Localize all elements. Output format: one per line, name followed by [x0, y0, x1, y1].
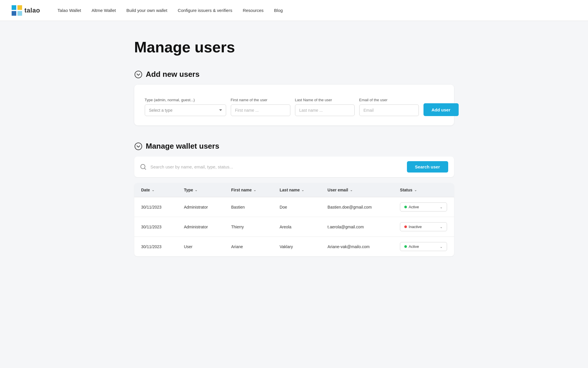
- main-nav: talao Talao Wallet Altme Wallet Build yo…: [0, 0, 588, 21]
- add-users-card: Type (admin, normal, guest...) Select a …: [134, 85, 454, 125]
- status-label-wrap-1: Inactive: [404, 225, 422, 229]
- status-dot-1: [404, 225, 407, 228]
- nav-item-resources[interactable]: Resources: [243, 8, 264, 13]
- lastname-field-group: Last Name of the user: [295, 98, 355, 116]
- table-body: 30/11/2023 Administrator Bastien Doe Bas…: [134, 197, 454, 257]
- nav-link-blog[interactable]: Blog: [274, 8, 283, 13]
- svg-rect-2: [12, 11, 16, 16]
- status-dot-2: [404, 245, 407, 248]
- cell-status-1: Inactive ⌄: [393, 217, 454, 237]
- cell-type-1: Administrator: [177, 217, 224, 237]
- status-dropdown-2[interactable]: Active ⌄: [400, 242, 447, 251]
- col-date[interactable]: Date ⌄: [134, 183, 177, 197]
- cell-type-0: Administrator: [177, 197, 224, 217]
- status-dropdown-0[interactable]: Active ⌄: [400, 202, 447, 211]
- users-table: Date ⌄ Type ⌄ First name: [134, 183, 454, 256]
- cell-date-1: 30/11/2023: [134, 217, 177, 237]
- table-header: Date ⌄ Type ⌄ First name: [134, 183, 454, 197]
- cell-email-1: t.aerola@gmail.com: [321, 217, 393, 237]
- email-input[interactable]: [359, 104, 419, 116]
- nav-link-altme-wallet[interactable]: Altme Wallet: [92, 8, 116, 13]
- users-table-container: Date ⌄ Type ⌄ First name: [134, 183, 454, 256]
- email-label: Email of the user: [359, 98, 419, 102]
- firstname-input[interactable]: [231, 104, 290, 116]
- col-email[interactable]: User email ⌄: [321, 183, 393, 197]
- nav-link-configure-issuers[interactable]: Configure issuers & verifiers: [178, 8, 233, 13]
- firstname-field-group: First name of the user: [231, 98, 290, 116]
- cell-lastname-1: Areola: [273, 217, 321, 237]
- circle-down-icon-2: [134, 142, 142, 150]
- nav-item-build-wallet[interactable]: Build your own wallet: [126, 8, 167, 13]
- col-status[interactable]: Status ⌄: [393, 183, 454, 197]
- logo[interactable]: talao: [12, 5, 40, 16]
- nav-link-list: Talao Wallet Altme Wallet Build your own…: [58, 8, 283, 13]
- status-chevron-icon-2: ⌄: [440, 245, 443, 249]
- table-row: 30/11/2023 Administrator Bastien Doe Bas…: [134, 197, 454, 217]
- table-row: 30/11/2023 User Ariane Vaklary Ariane-va…: [134, 237, 454, 257]
- nav-link-build-wallet[interactable]: Build your own wallet: [126, 8, 167, 13]
- cell-status-2: Active ⌄: [393, 237, 454, 257]
- sort-type-icon: ⌄: [195, 188, 197, 192]
- status-dot-0: [404, 206, 407, 208]
- nav-item-altme-wallet[interactable]: Altme Wallet: [92, 8, 116, 13]
- nav-link-resources[interactable]: Resources: [243, 8, 264, 13]
- add-user-button[interactable]: Add user: [423, 103, 459, 116]
- main-content: Manage users Add new users Type (admin, …: [123, 21, 466, 280]
- col-firstname[interactable]: First name ⌄: [224, 183, 273, 197]
- nav-link-talao-wallet[interactable]: Talao Wallet: [58, 8, 81, 13]
- cell-status-0: Active ⌄: [393, 197, 454, 217]
- sort-email-icon: ⌄: [350, 188, 353, 192]
- manage-users-header: Manage wallet users: [134, 142, 454, 151]
- nav-item-blog[interactable]: Blog: [274, 8, 283, 13]
- cell-firstname-1: Thierry: [224, 217, 273, 237]
- nav-item-talao-wallet[interactable]: Talao Wallet: [58, 8, 81, 13]
- status-chevron-icon-1: ⌄: [440, 225, 443, 229]
- add-users-header: Add new users: [134, 70, 454, 79]
- cell-type-2: User: [177, 237, 224, 257]
- svg-rect-1: [17, 5, 22, 10]
- add-user-button-group: Add user: [423, 94, 459, 116]
- search-input[interactable]: [151, 164, 403, 169]
- manage-users-section: Manage wallet users Search user: [134, 142, 454, 256]
- lastname-input[interactable]: [295, 104, 355, 116]
- sort-status-icon: ⌄: [414, 188, 417, 192]
- manage-users-title: Manage wallet users: [146, 142, 219, 151]
- table-row: 30/11/2023 Administrator Thierry Areola …: [134, 217, 454, 237]
- add-users-form: Type (admin, normal, guest...) Select a …: [145, 94, 444, 116]
- cell-firstname-2: Ariane: [224, 237, 273, 257]
- type-select[interactable]: Select a type Admin Normal Guest: [145, 104, 226, 116]
- nav-item-configure-issuers[interactable]: Configure issuers & verifiers: [178, 8, 233, 13]
- status-chevron-icon-0: ⌄: [440, 205, 443, 209]
- sort-firstname-icon: ⌄: [253, 188, 256, 192]
- page-title: Manage users: [134, 38, 454, 56]
- search-svg-icon: [140, 164, 146, 170]
- status-dropdown-1[interactable]: Inactive ⌄: [400, 222, 447, 231]
- sort-lastname-icon: ⌄: [301, 188, 304, 192]
- sort-date-icon: ⌄: [152, 188, 154, 192]
- col-lastname[interactable]: Last name ⌄: [273, 183, 321, 197]
- table-header-row: Date ⌄ Type ⌄ First name: [134, 183, 454, 197]
- svg-rect-0: [12, 5, 16, 10]
- status-text-2: Active: [409, 244, 419, 249]
- lastname-label: Last Name of the user: [295, 98, 355, 102]
- search-user-button[interactable]: Search user: [407, 161, 448, 173]
- cell-email-2: Ariane-vak@mailo.com: [321, 237, 393, 257]
- cell-date-0: 30/11/2023: [134, 197, 177, 217]
- search-container: Search user: [134, 157, 454, 177]
- svg-rect-3: [17, 11, 22, 16]
- status-label-wrap-2: Active: [404, 244, 419, 249]
- status-label-wrap-0: Active: [404, 205, 419, 209]
- email-field-group: Email of the user: [359, 98, 419, 116]
- cell-firstname-0: Bastien: [224, 197, 273, 217]
- logo-text: talao: [24, 7, 40, 14]
- svg-point-4: [135, 71, 142, 78]
- type-label: Type (admin, normal, guest...): [145, 98, 226, 102]
- cell-email-0: Bastien.doe@gmail.com: [321, 197, 393, 217]
- cell-lastname-2: Vaklary: [273, 237, 321, 257]
- add-users-section: Add new users Type (admin, normal, guest…: [134, 70, 454, 125]
- svg-point-5: [135, 143, 142, 150]
- col-type[interactable]: Type ⌄: [177, 183, 224, 197]
- status-text-1: Inactive: [409, 225, 422, 229]
- add-users-title: Add new users: [146, 70, 200, 79]
- search-icon: [140, 164, 146, 170]
